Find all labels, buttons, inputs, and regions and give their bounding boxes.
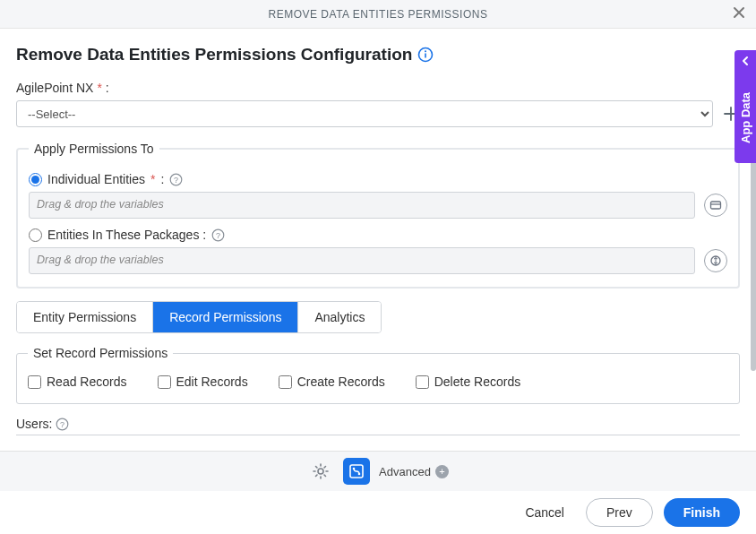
agilepoint-select[interactable]: --Select-- [16, 100, 713, 127]
individual-entities-dropzone[interactable]: Drag & drop the variables [29, 192, 695, 219]
required-mark: * [97, 81, 101, 95]
svg-text:?: ? [60, 419, 64, 428]
svg-point-2 [425, 50, 426, 52]
app-data-side-tab[interactable]: App Data [735, 72, 756, 163]
svg-text:?: ? [216, 230, 220, 239]
create-records-checkbox[interactable] [279, 375, 292, 389]
svg-rect-1 [425, 54, 427, 58]
individual-entities-radio[interactable] [29, 173, 42, 186]
record-permissions-legend: Set Record Permissions [28, 346, 173, 360]
agilepoint-label: AgilePoint NX [16, 81, 93, 95]
info-icon[interactable] [417, 47, 434, 63]
tab-entity-permissions[interactable]: Entity Permissions [17, 302, 153, 332]
variables-picker-icon[interactable] [704, 194, 727, 217]
help-icon[interactable]: ? [56, 418, 69, 431]
close-icon[interactable] [731, 4, 747, 21]
individual-entities-label: Individual Entities [47, 172, 145, 186]
variables-picker-icon[interactable] [704, 249, 727, 272]
users-field[interactable] [16, 435, 740, 451]
mapping-icon[interactable] [343, 458, 370, 485]
packages-label: Entities In These Packages : [47, 228, 206, 242]
help-icon[interactable]: ? [211, 228, 225, 242]
edit-records-checkbox[interactable] [158, 375, 171, 389]
permissions-tabs: Entity Permissions Record Permissions An… [16, 301, 382, 333]
delete-records-checkbox[interactable] [416, 375, 429, 389]
page-heading: Remove Data Entities Permissions Configu… [16, 45, 412, 65]
users-label: Users: [16, 417, 52, 431]
dialog-title: REMOVE DATA ENTITIES PERMISSIONS [269, 8, 488, 21]
read-records-checkbox[interactable] [28, 375, 41, 389]
packages-radio[interactable] [29, 228, 42, 242]
svg-rect-5 [711, 202, 721, 209]
advanced-expand-icon[interactable]: + [435, 465, 449, 478]
finish-button[interactable]: Finish [664, 498, 740, 527]
advanced-label: Advanced [379, 465, 431, 478]
tab-record-permissions[interactable]: Record Permissions [153, 302, 298, 332]
svg-text:?: ? [174, 175, 178, 184]
edit-records-label: Edit Records [176, 375, 248, 389]
gear-icon[interactable] [307, 458, 334, 485]
tab-analytics[interactable]: Analytics [298, 302, 381, 332]
chevron-left-icon[interactable] [735, 50, 756, 72]
svg-point-11 [318, 469, 323, 474]
cancel-button[interactable]: Cancel [514, 500, 575, 525]
create-records-label: Create Records [297, 375, 385, 389]
help-icon[interactable]: ? [169, 173, 183, 186]
delete-records-label: Delete Records [434, 375, 521, 389]
packages-dropzone[interactable]: Drag & drop the variables [29, 247, 695, 274]
prev-button[interactable]: Prev [586, 498, 653, 527]
apply-permissions-legend: Apply Permissions To [29, 142, 159, 156]
read-records-label: Read Records [47, 375, 127, 389]
